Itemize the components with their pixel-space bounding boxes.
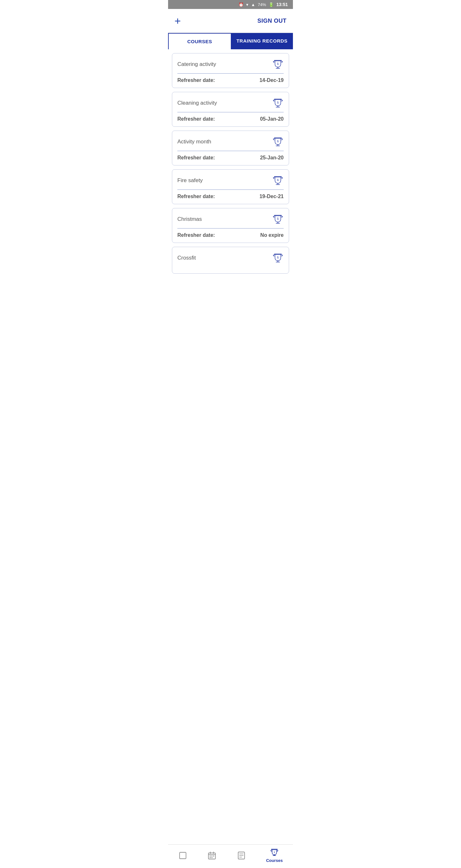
- course-divider: [177, 151, 284, 151]
- calendar-icon: [208, 851, 216, 860]
- refresher-label: Refresher date:: [177, 155, 215, 161]
- course-name: Cleaning activity: [177, 100, 217, 106]
- course-card-cleaning[interactable]: Cleaning activity 1 Refresher date: 05-J…: [172, 92, 289, 127]
- course-card-top: Activity month 1: [177, 136, 284, 148]
- trophy-icon: 1: [272, 214, 284, 225]
- course-name: Activity month: [177, 138, 211, 145]
- course-card-fire-safety[interactable]: Fire safety 1 Refresher date: 19-Dec-21: [172, 169, 289, 204]
- svg-text:1: 1: [277, 101, 278, 104]
- course-card-catering[interactable]: Catering activity 1 Refresher date: 14-D…: [172, 53, 289, 88]
- course-card-top: Cleaning activity 1: [177, 97, 284, 109]
- signal-icon: ▲: [251, 2, 255, 7]
- notes-icon: [237, 851, 246, 860]
- course-name: Crossfit: [177, 255, 196, 261]
- trophy-icon: 1: [272, 59, 284, 70]
- svg-text:1: 1: [277, 62, 278, 65]
- refresher-label: Refresher date:: [177, 78, 215, 83]
- svg-rect-11: [210, 857, 211, 858]
- svg-rect-6: [180, 852, 186, 859]
- course-list: Catering activity 1 Refresher date: 14-D…: [168, 49, 293, 278]
- course-card-bottom: Refresher date: 19-Dec-21: [177, 194, 284, 199]
- time-display: 13:51: [276, 2, 288, 7]
- nav-item-tasks[interactable]: [178, 851, 187, 860]
- sign-out-button[interactable]: SIGN OUT: [257, 18, 286, 24]
- svg-text:1: 1: [277, 140, 278, 143]
- battery-icon: 🔋: [269, 2, 274, 7]
- refresher-date: 19-Dec-21: [259, 194, 284, 199]
- course-card-top: Catering activity 1: [177, 59, 284, 70]
- course-card-activity-month[interactable]: Activity month 1 Refresher date: 25-Jan-…: [172, 131, 289, 165]
- refresher-date: 25-Jan-20: [260, 155, 284, 161]
- course-card-top: Crossfit 1: [177, 252, 284, 264]
- trophy-nav-icon: 1: [270, 848, 279, 857]
- course-card-top: Fire safety 1: [177, 175, 284, 186]
- course-card-bottom: Refresher date: No expire: [177, 232, 284, 238]
- checkbox-icon: [178, 851, 187, 860]
- tab-training-records[interactable]: TRAINING RECORDS: [231, 33, 293, 49]
- course-card-top: Christmas 1: [177, 214, 284, 225]
- course-name: Catering activity: [177, 61, 216, 67]
- svg-rect-12: [212, 857, 213, 858]
- course-card-crossfit[interactable]: Crossfit 1: [172, 247, 289, 274]
- course-name: Christmas: [177, 216, 202, 222]
- course-name: Fire safety: [177, 177, 203, 184]
- course-card-christmas[interactable]: Christmas 1 Refresher date: No expire: [172, 208, 289, 243]
- refresher-date: 14-Dec-19: [259, 78, 284, 83]
- bottom-nav: 1 Courses: [168, 844, 293, 868]
- course-divider: [177, 228, 284, 228]
- course-card-bottom: Refresher date: 25-Jan-20: [177, 155, 284, 161]
- svg-text:1: 1: [274, 851, 275, 853]
- nav-courses-label: Courses: [266, 858, 283, 863]
- add-button[interactable]: +: [175, 16, 181, 26]
- header: + SIGN OUT: [168, 9, 293, 33]
- refresher-label: Refresher date:: [177, 194, 215, 199]
- refresher-date: 05-Jan-20: [260, 116, 284, 122]
- course-card-bottom: Refresher date: 05-Jan-20: [177, 116, 284, 122]
- tab-courses[interactable]: COURSES: [168, 33, 231, 49]
- course-divider: [177, 189, 284, 190]
- trophy-icon: 1: [272, 252, 284, 264]
- trophy-icon: 1: [272, 97, 284, 109]
- refresher-label: Refresher date:: [177, 116, 215, 122]
- trophy-icon: 1: [272, 175, 284, 186]
- trophy-icon: 1: [272, 136, 284, 148]
- svg-text:1: 1: [277, 256, 278, 259]
- nav-item-calendar[interactable]: [208, 851, 216, 860]
- wifi-icon: ▾: [246, 2, 248, 7]
- svg-rect-10: [213, 856, 214, 857]
- clock-icon: ⏰: [239, 2, 244, 7]
- nav-item-courses[interactable]: 1 Courses: [266, 848, 283, 863]
- refresher-date: No expire: [260, 232, 284, 238]
- status-bar: ⏰ ▾ ▲ 74% 🔋 13:51: [168, 0, 293, 9]
- course-divider: [177, 112, 284, 112]
- svg-rect-8: [210, 856, 211, 857]
- svg-text:1: 1: [277, 217, 278, 220]
- svg-rect-9: [212, 856, 213, 857]
- course-card-bottom: Refresher date: 14-Dec-19: [177, 78, 284, 83]
- tab-bar: COURSES TRAINING RECORDS: [168, 33, 293, 49]
- nav-item-notes[interactable]: [237, 851, 246, 860]
- refresher-label: Refresher date:: [177, 232, 215, 238]
- svg-text:1: 1: [277, 178, 278, 182]
- battery-percent: 74%: [258, 2, 266, 7]
